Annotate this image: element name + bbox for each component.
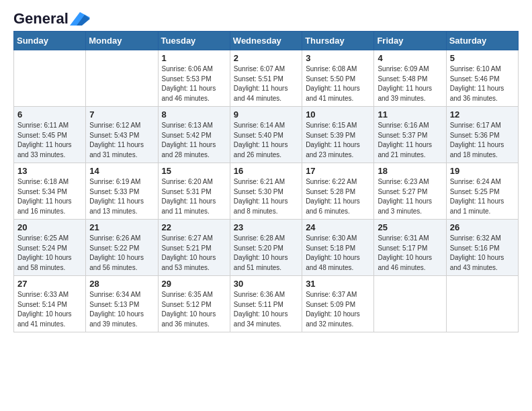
day-info: Sunrise: 6:21 AMSunset: 5:30 PMDaylight:… [234,177,298,216]
day-number: 1 [162,53,226,63]
day-info: Sunrise: 6:20 AMSunset: 5:31 PMDaylight:… [162,177,226,216]
day-number: 2 [234,53,298,63]
day-cell: 16Sunrise: 6:21 AMSunset: 5:30 PMDayligh… [230,163,302,220]
day-number: 23 [234,222,298,232]
day-cell: 10Sunrise: 6:15 AMSunset: 5:39 PMDayligh… [302,107,374,163]
day-number: 27 [17,279,82,289]
calendar-header-row: SundayMondayTuesdayWednesdayThursdayFrid… [14,32,519,50]
day-cell [446,276,518,332]
day-number: 16 [234,166,298,176]
day-cell: 20Sunrise: 6:25 AMSunset: 5:24 PMDayligh… [14,220,86,276]
day-number: 17 [306,166,370,176]
day-info: Sunrise: 6:22 AMSunset: 5:28 PMDaylight:… [306,177,370,216]
day-cell: 12Sunrise: 6:17 AMSunset: 5:36 PMDayligh… [446,107,518,163]
day-cell: 13Sunrise: 6:18 AMSunset: 5:34 PMDayligh… [14,163,86,220]
day-number: 29 [162,279,226,289]
header-sunday: Sunday [14,32,86,50]
day-number: 3 [306,53,370,63]
day-number: 26 [450,222,515,232]
day-number: 5 [450,53,515,63]
day-cell: 26Sunrise: 6:32 AMSunset: 5:16 PMDayligh… [446,220,518,276]
day-number: 8 [162,109,226,120]
day-number: 12 [450,109,515,120]
day-info: Sunrise: 6:37 AMSunset: 5:09 PMDaylight:… [306,290,370,329]
day-info: Sunrise: 6:30 AMSunset: 5:18 PMDaylight:… [306,234,370,273]
day-info: Sunrise: 6:32 AMSunset: 5:16 PMDaylight:… [450,234,515,273]
day-info: Sunrise: 6:23 AMSunset: 5:27 PMDaylight:… [378,177,442,216]
day-info: Sunrise: 6:16 AMSunset: 5:37 PMDaylight:… [378,121,442,160]
day-number: 20 [17,222,82,232]
day-info: Sunrise: 6:08 AMSunset: 5:50 PMDaylight:… [306,64,370,103]
day-cell [374,276,446,332]
day-info: Sunrise: 6:06 AMSunset: 5:53 PMDaylight:… [162,64,226,103]
day-cell: 14Sunrise: 6:19 AMSunset: 5:33 PMDayligh… [86,163,158,220]
day-number: 15 [162,166,226,176]
day-cell: 31Sunrise: 6:37 AMSunset: 5:09 PMDayligh… [302,276,374,332]
day-info: Sunrise: 6:31 AMSunset: 5:17 PMDaylight:… [378,234,442,273]
day-info: Sunrise: 6:17 AMSunset: 5:36 PMDaylight:… [450,121,515,160]
day-cell: 21Sunrise: 6:26 AMSunset: 5:22 PMDayligh… [86,220,158,276]
day-number: 9 [234,109,298,120]
day-info: Sunrise: 6:18 AMSunset: 5:34 PMDaylight:… [17,177,82,216]
day-info: Sunrise: 6:26 AMSunset: 5:22 PMDaylight:… [89,234,154,273]
day-cell: 28Sunrise: 6:34 AMSunset: 5:13 PMDayligh… [86,276,158,332]
day-cell: 5Sunrise: 6:10 AMSunset: 5:46 PMDaylight… [446,50,518,107]
day-info: Sunrise: 6:11 AMSunset: 5:45 PMDaylight:… [17,121,82,160]
day-number: 19 [450,166,515,176]
week-row-4: 27Sunrise: 6:33 AMSunset: 5:14 PMDayligh… [14,276,519,332]
day-info: Sunrise: 6:34 AMSunset: 5:13 PMDaylight:… [89,290,154,329]
header-saturday: Saturday [446,32,518,50]
day-info: Sunrise: 6:33 AMSunset: 5:14 PMDaylight:… [17,290,82,329]
day-cell: 9Sunrise: 6:14 AMSunset: 5:40 PMDaylight… [230,107,302,163]
day-info: Sunrise: 6:35 AMSunset: 5:12 PMDaylight:… [162,290,226,329]
day-number: 24 [306,222,370,232]
day-cell: 3Sunrise: 6:08 AMSunset: 5:50 PMDaylight… [302,50,374,107]
day-info: Sunrise: 6:19 AMSunset: 5:33 PMDaylight:… [89,177,154,216]
day-cell: 18Sunrise: 6:23 AMSunset: 5:27 PMDayligh… [374,163,446,220]
day-cell: 29Sunrise: 6:35 AMSunset: 5:12 PMDayligh… [158,276,230,332]
day-number: 28 [89,279,154,289]
day-cell: 17Sunrise: 6:22 AMSunset: 5:28 PMDayligh… [302,163,374,220]
day-number: 30 [234,279,298,289]
day-cell: 24Sunrise: 6:30 AMSunset: 5:18 PMDayligh… [302,220,374,276]
day-cell [86,50,158,107]
header-monday: Monday [86,32,158,50]
header-wednesday: Wednesday [230,32,302,50]
day-number: 6 [17,109,82,120]
day-info: Sunrise: 6:13 AMSunset: 5:42 PMDaylight:… [162,121,226,160]
day-info: Sunrise: 6:28 AMSunset: 5:20 PMDaylight:… [234,234,298,273]
page-header: General [13,11,519,24]
day-cell: 15Sunrise: 6:20 AMSunset: 5:31 PMDayligh… [158,163,230,220]
day-number: 4 [378,53,442,63]
day-cell: 7Sunrise: 6:12 AMSunset: 5:43 PMDaylight… [86,107,158,163]
week-row-1: 6Sunrise: 6:11 AMSunset: 5:45 PMDaylight… [14,107,519,163]
day-number: 13 [17,166,82,176]
calendar-table: SundayMondayTuesdayWednesdayThursdayFrid… [13,31,519,332]
day-cell: 25Sunrise: 6:31 AMSunset: 5:17 PMDayligh… [374,220,446,276]
day-info: Sunrise: 6:36 AMSunset: 5:11 PMDaylight:… [234,290,298,329]
day-number: 7 [89,109,154,120]
day-cell [14,50,86,107]
logo-text: General [13,11,69,27]
day-cell: 22Sunrise: 6:27 AMSunset: 5:21 PMDayligh… [158,220,230,276]
day-number: 11 [378,109,442,120]
day-number: 18 [378,166,442,176]
day-number: 10 [306,109,370,120]
day-info: Sunrise: 6:14 AMSunset: 5:40 PMDaylight:… [234,121,298,160]
day-number: 21 [89,222,154,232]
logo: General [13,11,90,24]
day-cell: 23Sunrise: 6:28 AMSunset: 5:20 PMDayligh… [230,220,302,276]
day-info: Sunrise: 6:27 AMSunset: 5:21 PMDaylight:… [162,234,226,273]
day-info: Sunrise: 6:24 AMSunset: 5:25 PMDaylight:… [450,177,515,216]
day-cell: 4Sunrise: 6:09 AMSunset: 5:48 PMDaylight… [374,50,446,107]
day-cell: 30Sunrise: 6:36 AMSunset: 5:11 PMDayligh… [230,276,302,332]
day-info: Sunrise: 6:15 AMSunset: 5:39 PMDaylight:… [306,121,370,160]
header-tuesday: Tuesday [158,32,230,50]
week-row-0: 1Sunrise: 6:06 AMSunset: 5:53 PMDaylight… [14,50,519,107]
day-cell: 1Sunrise: 6:06 AMSunset: 5:53 PMDaylight… [158,50,230,107]
day-cell: 2Sunrise: 6:07 AMSunset: 5:51 PMDaylight… [230,50,302,107]
day-info: Sunrise: 6:07 AMSunset: 5:51 PMDaylight:… [234,64,298,103]
logo-icon [70,12,90,26]
week-row-3: 20Sunrise: 6:25 AMSunset: 5:24 PMDayligh… [14,220,519,276]
day-info: Sunrise: 6:12 AMSunset: 5:43 PMDaylight:… [89,121,154,160]
